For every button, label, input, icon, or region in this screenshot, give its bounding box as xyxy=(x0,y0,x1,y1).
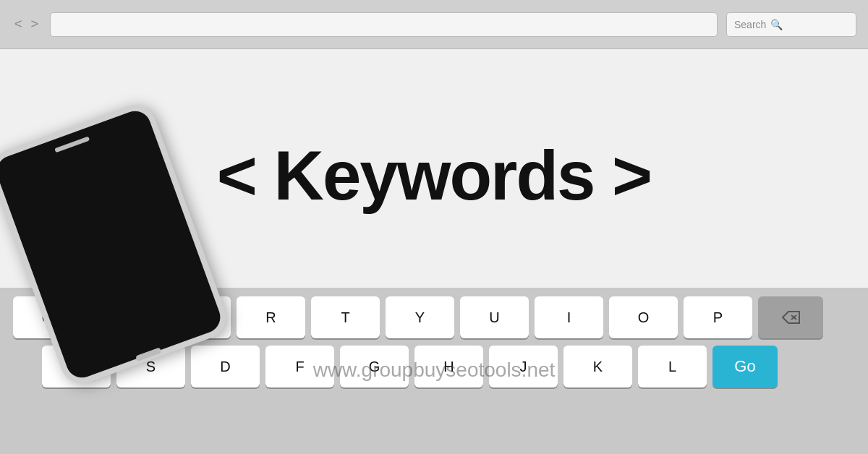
search-box[interactable]: Search 🔍 xyxy=(726,12,856,37)
key-p[interactable]: P xyxy=(684,296,752,338)
url-input[interactable] xyxy=(50,12,718,37)
back-button[interactable]: < xyxy=(12,15,25,33)
search-icon: 🔍 xyxy=(770,19,783,30)
key-h[interactable]: H xyxy=(414,346,483,387)
main-content: < Keywords > www.groupbuyseotools.net Q … xyxy=(0,49,868,454)
key-u[interactable]: U xyxy=(460,296,529,338)
go-button[interactable]: Go xyxy=(712,346,778,387)
key-f[interactable]: F xyxy=(265,346,334,387)
keywords-heading: < Keywords > xyxy=(217,136,651,215)
nav-buttons: < > xyxy=(12,15,41,33)
key-i[interactable]: I xyxy=(535,296,603,338)
key-j[interactable]: J xyxy=(489,346,558,387)
key-g[interactable]: G xyxy=(340,346,409,387)
key-t[interactable]: T xyxy=(311,296,380,338)
key-l[interactable]: L xyxy=(638,346,707,387)
browser-bar: < > Search 🔍 xyxy=(0,0,868,49)
forward-button[interactable]: > xyxy=(28,15,42,33)
key-r[interactable]: R xyxy=(237,296,305,338)
key-y[interactable]: Y xyxy=(386,296,454,338)
search-label: Search xyxy=(734,19,766,30)
key-o[interactable]: O xyxy=(609,296,678,338)
key-d[interactable]: D xyxy=(191,346,260,387)
key-k[interactable]: K xyxy=(563,346,632,387)
backspace-key[interactable] xyxy=(758,296,823,338)
backspace-icon xyxy=(780,310,801,325)
